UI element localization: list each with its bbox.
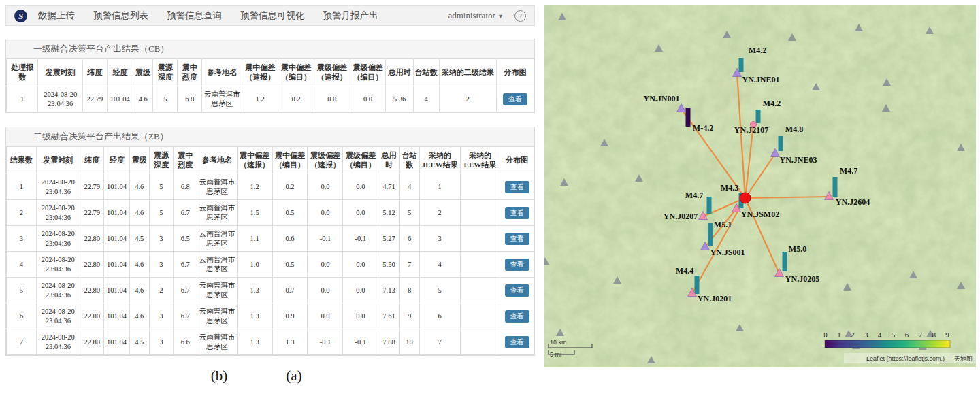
column-header: 震级偏差（速报） xyxy=(308,147,343,174)
table-cell: 查看 xyxy=(500,303,534,329)
table-cell: 0.0 xyxy=(308,174,343,200)
table-row: 12024-08-20 23:04:3622.79101.044.656.8云南… xyxy=(7,86,534,112)
table-cell: 22.80 xyxy=(80,252,104,278)
magnitude-bar xyxy=(783,252,787,271)
view-distribution-button[interactable]: 查看 xyxy=(505,284,529,297)
magnitude-bar xyxy=(707,197,712,214)
view-distribution-button[interactable]: 查看 xyxy=(505,310,529,323)
view-distribution-button[interactable]: 查看 xyxy=(505,207,529,219)
table-cell: 22.80 xyxy=(80,278,104,303)
column-header: 纬度 xyxy=(80,147,104,174)
table-row: 12024-08-20 23:04:3622.79101.044.656.8云南… xyxy=(7,174,534,200)
table-cell: 101.04 xyxy=(104,200,129,226)
table-cell: 5 xyxy=(149,200,173,226)
table-cell: 4.6 xyxy=(133,86,153,112)
table-cell: 6.7 xyxy=(174,303,197,329)
table-cell xyxy=(460,252,500,278)
table-cell: 云南普洱市思茅区 xyxy=(197,329,237,355)
table-cell: 0.0 xyxy=(314,86,350,112)
table-cell: 5.27 xyxy=(378,226,399,252)
column-header: 总用时 xyxy=(378,147,399,174)
nav-item-2[interactable]: 预警信息列表 xyxy=(93,10,148,22)
user-menu[interactable]: administrator ▼ xyxy=(448,10,504,21)
table-cell: 3 xyxy=(149,303,173,329)
colorbar-tick-label: 5 xyxy=(892,331,896,339)
table-cell: 101.04 xyxy=(104,226,129,252)
magnitude-bar xyxy=(833,177,838,197)
column-header: 震级偏差（编目） xyxy=(343,147,378,174)
colorbar-tick-label: 7 xyxy=(919,331,923,339)
nav-item-5[interactable]: 预警月报产出 xyxy=(323,10,378,22)
column-header: 震中烈度 xyxy=(178,59,202,86)
help-icon[interactable]: ? xyxy=(514,10,526,22)
table-cell: 查看 xyxy=(500,174,534,200)
table-cell: 1.2 xyxy=(237,174,272,200)
table-cell: 22.79 xyxy=(82,86,107,112)
table-cell: 0.0 xyxy=(308,252,343,278)
caption-b: (b) xyxy=(211,367,228,384)
table-cell: 查看 xyxy=(500,278,534,303)
column-header: 处理报数 xyxy=(7,59,38,86)
column-header: 震源深度 xyxy=(149,147,173,174)
station-name-label: YN.J2107 xyxy=(734,125,768,135)
station-name-label: YN.JN001 xyxy=(644,94,680,103)
station-distribution-map[interactable]: M4.2YN.JNE01M-4.2YN.JN001M4.2YN.J2107M4.… xyxy=(544,5,976,367)
table-cell: 6 xyxy=(399,226,419,252)
chevron-down-icon: ▼ xyxy=(497,13,504,20)
table-cell: 0.0 xyxy=(308,200,343,226)
nav-item-1[interactable]: 数据上传 xyxy=(38,10,75,22)
table-cell: 0.0 xyxy=(308,303,343,329)
magnitude-label: M-4.2 xyxy=(693,123,713,133)
table-cell: 2024-08-20 23:04:36 xyxy=(36,174,80,200)
table-cell: -0.1 xyxy=(308,329,343,355)
terrain-texture xyxy=(544,5,976,367)
column-header: 采纳的二级结果 xyxy=(439,59,496,86)
table-cell: 3 xyxy=(149,329,173,355)
table-cell: 查看 xyxy=(500,200,534,226)
column-header: 参考地名 xyxy=(202,59,242,86)
table-cell: 云南普洱市思茅区 xyxy=(197,252,237,278)
table-cell: 1.3 xyxy=(272,329,308,355)
table-cell: 5 xyxy=(149,174,173,200)
nav-item-4[interactable]: 预警信息可视化 xyxy=(240,10,305,22)
table-cell: 2024-08-20 23:04:36 xyxy=(36,252,80,278)
table-cell: 1 xyxy=(7,86,38,112)
map-attribution[interactable]: Leaflet (https://leafletjs.com.) — 天地图 xyxy=(866,355,973,362)
view-distribution-button[interactable]: 查看 xyxy=(505,336,529,348)
column-header: 震中烈度 xyxy=(174,147,197,174)
table-cell: 7 xyxy=(399,252,419,278)
colorbar-tick-label: 2 xyxy=(851,331,855,339)
table-cell: 6.8 xyxy=(174,174,197,200)
station-name-label: YN.JNE01 xyxy=(742,75,779,84)
scale-label: 10 km xyxy=(550,339,567,346)
table-cell: 2 xyxy=(419,200,460,226)
column-header: 结果数 xyxy=(7,147,37,174)
view-distribution-button[interactable]: 查看 xyxy=(505,181,529,193)
table-cell: 101.04 xyxy=(104,303,129,329)
table-cell: 1.3 xyxy=(237,278,272,303)
view-distribution-button[interactable]: 查看 xyxy=(505,259,529,271)
column-header: 采纳的JEEW结果 xyxy=(419,147,460,174)
table-cell: 0.5 xyxy=(272,200,308,226)
table-cell: 0.2 xyxy=(272,174,308,200)
view-distribution-button[interactable]: 查看 xyxy=(505,233,529,245)
colorbar-tick-label: 1 xyxy=(837,331,841,339)
magnitude-bar xyxy=(695,276,700,294)
table-row: 52024-08-20 23:04:3622.80101.044.626.7云南… xyxy=(7,278,534,303)
table-row: 22024-08-20 23:04:3622.79101.044.656.7云南… xyxy=(7,200,534,226)
navbar-right: administrator ▼ ? xyxy=(448,10,527,22)
table-row: 62024-08-20 23:04:3622.80101.044.636.7云南… xyxy=(7,303,534,329)
table-cell: 查看 xyxy=(496,86,534,112)
epicenter-marker[interactable] xyxy=(740,193,751,203)
table-cell: 6.7 xyxy=(174,252,197,278)
table-cell xyxy=(460,329,500,355)
table-cell xyxy=(460,200,500,226)
view-distribution-button[interactable]: 查看 xyxy=(503,93,527,105)
table-cell: 3 xyxy=(419,226,460,252)
table-title-zb: 二级融合决策平台产出结果（ZB） xyxy=(6,127,534,146)
magnitude-label: M4.2 xyxy=(763,99,781,108)
table-cell: 2 xyxy=(7,200,37,226)
top-navbar: S 数据上传预警信息列表预警信息查询预警信息可视化预警月报产出 administ… xyxy=(5,5,535,26)
header-row: 结果数发震时刻纬度经度震级震源深度震中烈度参考地名震中偏差（速报）震中偏差（编目… xyxy=(7,147,534,174)
nav-item-3[interactable]: 预警信息查询 xyxy=(167,10,222,22)
